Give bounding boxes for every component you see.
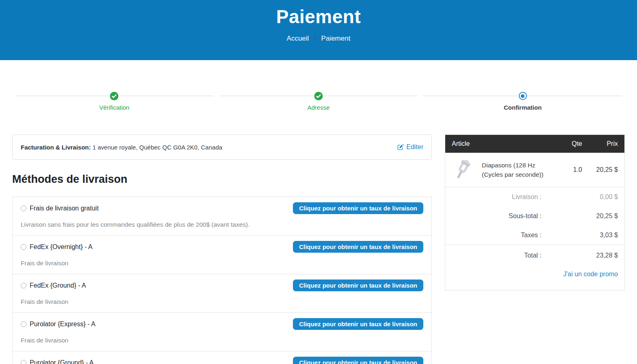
order-summary-header: Article Qte Prix xyxy=(445,135,624,153)
shipping-option-radio-label[interactable]: Frais de livraison gratuit xyxy=(21,205,99,212)
billing-shipping-label: Facturation & Livraison: xyxy=(21,144,91,151)
summary-row-taxes: Taxes : 3,03 $ xyxy=(445,225,624,245)
radio-dot-icon xyxy=(519,92,527,100)
column-header-article: Article xyxy=(452,140,556,147)
step-confirmation: Confirmation xyxy=(420,92,625,111)
billing-shipping-text: Facturation & Livraison: 1 avenue royale… xyxy=(21,144,222,151)
column-header-price: Prix xyxy=(582,140,618,147)
step-track xyxy=(219,92,418,100)
radio-button-icon[interactable] xyxy=(21,283,26,288)
promo-code-link[interactable]: J'ai un code promo xyxy=(563,271,618,277)
shipping-option-name: FedEx {Ground} - A xyxy=(30,282,86,289)
shipping-option-description: Frais de livraison xyxy=(21,298,423,306)
shipping-column: Facturation & Livraison: 1 avenue royale… xyxy=(12,134,432,364)
shipping-option-head: Purolator {Ground} - A Cliquez pour obte… xyxy=(21,357,423,364)
step-verification: Vérification xyxy=(12,92,217,111)
order-summary-panel: Article Qte Prix xyxy=(445,134,625,290)
get-rate-button[interactable]: Cliquez pour obtenir un taux de livraiso… xyxy=(293,280,423,291)
shipping-option-description: Livraison sans frais pour les commandes … xyxy=(21,221,423,228)
shipping-option-head: FedEx {Ground} - A Cliquez pour obtenir … xyxy=(21,280,423,291)
shipping-option-fedex-ground: FedEx {Ground} - A Cliquez pour obtenir … xyxy=(13,274,431,312)
content-container: Vérification Adresse Confirm xyxy=(0,92,637,364)
order-item-name: Diapasons (128 Hz (Cycles par seconde)) xyxy=(474,160,556,180)
shipping-option-head: Purolator {Express} - A Cliquez pour obt… xyxy=(21,318,423,330)
billing-shipping-address: 1 avenue royale, Québec QC G0A 2K0, Cana… xyxy=(93,144,222,151)
total-value: 23,28 $ xyxy=(542,252,618,259)
breadcrumb: Accueil / Paiement xyxy=(0,35,637,43)
summary-label: Taxes : xyxy=(452,232,542,239)
get-rate-button[interactable]: Cliquez pour obtenir un taux de livraiso… xyxy=(293,202,423,214)
radio-button-icon[interactable] xyxy=(21,244,26,250)
get-rate-button[interactable]: Cliquez pour obtenir un taux de livraiso… xyxy=(293,357,423,364)
get-rate-button[interactable]: Cliquez pour obtenir un taux de livraiso… xyxy=(293,318,423,330)
shipping-option-description: Frais de livraison xyxy=(21,260,423,267)
order-summary-column: Article Qte Prix xyxy=(445,134,625,290)
summary-row-shipping: Livraison : 0,00 $ xyxy=(445,187,624,206)
page-header: Paiement Accueil / Paiement xyxy=(0,0,637,60)
step-label-confirmation: Confirmation xyxy=(423,104,622,111)
shipping-option-free: Frais de livraison gratuit Cliquez pour … xyxy=(13,197,431,235)
step-track xyxy=(423,92,622,100)
order-item-row: Diapasons (128 Hz (Cycles par seconde)) … xyxy=(445,153,624,187)
edit-address-link[interactable]: Editer xyxy=(397,143,423,151)
step-track xyxy=(15,92,214,100)
promo-row: J'ai un code promo xyxy=(445,265,624,290)
shipping-option-name: FedEx {Overnight} - A xyxy=(30,243,93,251)
order-item-qty: 1.0 xyxy=(556,166,582,173)
shipping-option-name: Frais de livraison gratuit xyxy=(30,205,99,212)
shipping-methods-heading: Méthodes de livraison xyxy=(12,173,432,186)
shipping-option-radio-label[interactable]: Purolator {Express} - A xyxy=(21,321,95,328)
shipping-option-radio-label[interactable]: FedEx {Ground} - A xyxy=(21,282,86,289)
edit-pencil-icon xyxy=(397,144,404,150)
checkout-page: Paiement Accueil / Paiement Vérification xyxy=(0,0,637,364)
summary-label: Livraison : xyxy=(452,193,542,201)
radio-button-icon[interactable] xyxy=(21,360,26,364)
check-circle-icon xyxy=(110,92,119,100)
shipping-option-fedex-overnight: FedEx {Overnight} - A Cliquez pour obten… xyxy=(13,235,431,274)
shipping-option-head: Frais de livraison gratuit Cliquez pour … xyxy=(21,202,423,214)
get-rate-button[interactable]: Cliquez pour obtenir un taux de livraiso… xyxy=(293,241,423,253)
check-circle-icon xyxy=(314,92,323,100)
shipping-options-list: Frais de livraison gratuit Cliquez pour … xyxy=(12,197,432,364)
shipping-option-radio-label[interactable]: Purolator {Ground} - A xyxy=(21,359,93,364)
edit-address-label: Editer xyxy=(406,143,423,151)
summary-row-subtotal: Sous-total : 20,25 $ xyxy=(445,206,624,225)
order-item-price: 20,25 $ xyxy=(582,166,618,173)
shipping-option-head: FedEx {Overnight} - A Cliquez pour obten… xyxy=(21,241,423,253)
radio-button-icon[interactable] xyxy=(21,321,26,327)
summary-label: Sous-total : xyxy=(452,212,542,220)
billing-shipping-bar: Facturation & Livraison: 1 avenue royale… xyxy=(12,134,432,160)
step-adresse: Adresse xyxy=(217,92,421,111)
breadcrumb-current: Paiement xyxy=(321,35,351,42)
breadcrumb-home-link[interactable]: Accueil xyxy=(287,35,309,42)
shipping-option-purolator-ground: Purolator {Ground} - A Cliquez pour obte… xyxy=(13,351,431,364)
summary-value: 0,00 $ xyxy=(542,193,618,201)
step-label-adresse: Adresse xyxy=(219,104,418,111)
shipping-option-name: Purolator {Ground} - A xyxy=(30,359,93,364)
step-label-verification: Vérification xyxy=(15,104,214,111)
tuning-fork-image xyxy=(452,158,474,182)
shipping-option-description: Frais de livraison xyxy=(21,337,423,344)
summary-value: 3,03 $ xyxy=(542,232,618,239)
radio-button-icon[interactable] xyxy=(21,206,26,211)
checkout-stepper: Vérification Adresse Confirm xyxy=(12,92,625,111)
column-header-qty: Qte xyxy=(556,140,582,147)
summary-value: 20,25 $ xyxy=(542,212,618,220)
shipping-option-radio-label[interactable]: FedEx {Overnight} - A xyxy=(21,243,93,251)
page-title: Paiement xyxy=(0,6,637,28)
shipping-option-purolator-express: Purolator {Express} - A Cliquez pour obt… xyxy=(13,312,431,351)
shipping-option-name: Purolator {Express} - A xyxy=(30,321,95,328)
total-label: Total : xyxy=(452,252,542,259)
summary-row-total: Total : 23,28 $ xyxy=(445,245,624,265)
breadcrumb-separator: / xyxy=(314,35,316,42)
main-row: Facturation & Livraison: 1 avenue royale… xyxy=(12,134,625,364)
